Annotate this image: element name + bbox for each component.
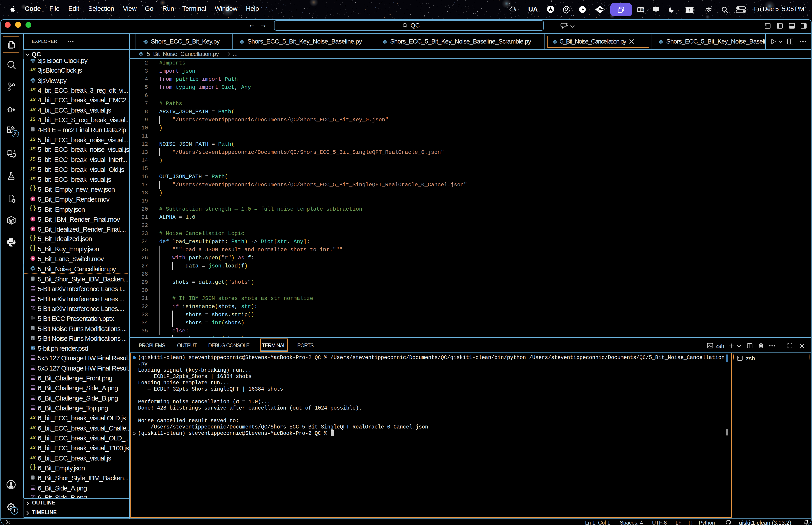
svg-text:Ps: Ps [31, 347, 35, 350]
svg-text:⌘: ⌘ [642, 9, 644, 12]
